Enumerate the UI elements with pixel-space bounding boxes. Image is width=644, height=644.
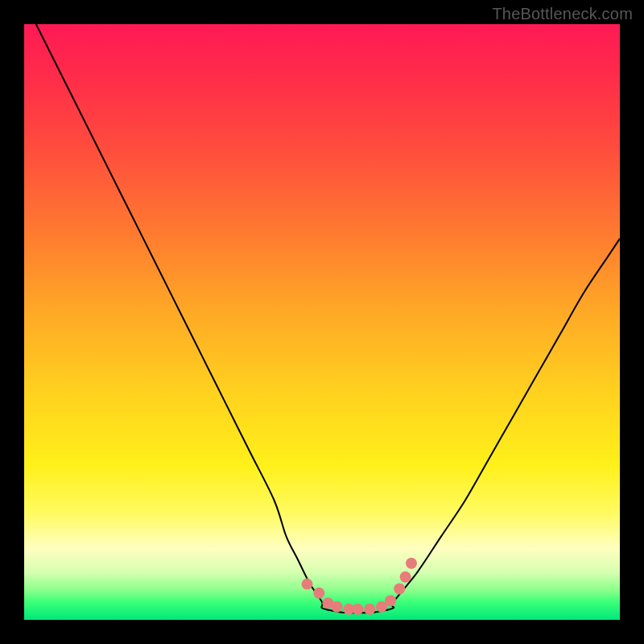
trough-marker [400, 572, 411, 583]
trough-marker [302, 579, 313, 590]
bottleneck-curve [24, 24, 620, 620]
trough-marker [385, 595, 396, 606]
trough-markers [302, 558, 418, 615]
trough-marker [352, 604, 363, 615]
trough-marker [364, 604, 375, 615]
trough-marker [406, 558, 417, 569]
trough-marker [313, 588, 324, 599]
plot-area [24, 24, 620, 620]
attribution-text: TheBottleneck.com [492, 5, 633, 23]
trough-marker [394, 584, 405, 595]
trough-marker [332, 601, 343, 613]
curve-line [36, 24, 620, 613]
chart-frame: TheBottleneck.com [0, 0, 644, 644]
